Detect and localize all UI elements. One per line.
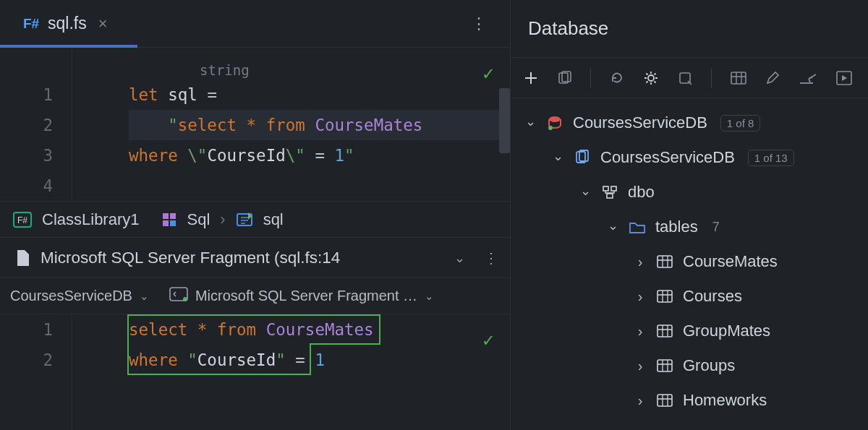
- table-icon: [655, 359, 674, 372]
- breadcrumb-module[interactable]: Sql: [187, 210, 210, 229]
- edit-icon[interactable]: [765, 71, 780, 85]
- svg-point-18: [548, 126, 553, 130]
- gutter-line: 4: [0, 171, 53, 201]
- svg-rect-25: [658, 291, 672, 302]
- editor-code-area[interactable]: string ✓ let sql = "select * from Course…: [72, 48, 510, 201]
- table-view-icon[interactable]: [731, 72, 746, 85]
- chevron-down-icon[interactable]: [606, 219, 619, 235]
- chevron-down-icon[interactable]: [524, 115, 537, 131]
- svg-rect-28: [658, 395, 672, 406]
- code-editor[interactable]: 1 2 3 4 string ✓ let sql = "select * fro…: [0, 48, 510, 201]
- svg-rect-4: [163, 220, 169, 226]
- toolbar-separator: [711, 69, 712, 87]
- table-icon: [655, 324, 674, 337]
- tree-count-badge: 1 of 13: [748, 150, 794, 166]
- chevron-right-icon[interactable]: [634, 288, 647, 305]
- jump-to-source-icon[interactable]: [799, 72, 817, 85]
- svg-rect-2: [163, 213, 169, 219]
- add-datasource-icon[interactable]: [524, 71, 538, 85]
- inspection-ok-icon[interactable]: ✓: [482, 58, 494, 88]
- fragment-title[interactable]: Microsoft SQL Server Fragment (sql.fs:14: [41, 249, 340, 267]
- toolbar-separator: [590, 69, 591, 87]
- tree-node-label: tables: [655, 218, 698, 236]
- sqlserver-icon: [545, 115, 564, 131]
- database-icon: [573, 150, 592, 165]
- gutter-line: 1: [0, 79, 53, 110]
- settings-gear-icon[interactable]: [643, 70, 659, 86]
- chevron-down-icon[interactable]: [579, 184, 592, 200]
- code-line: where "CourseId" = 1: [129, 345, 510, 375]
- type-hint: string: [200, 55, 250, 85]
- chevron-down-icon[interactable]: [551, 150, 564, 165]
- folder-icon: [628, 220, 647, 234]
- chevron-right-icon[interactable]: [634, 358, 647, 374]
- stop-icon[interactable]: [678, 71, 692, 85]
- tree-database-node[interactable]: CoursesServiceDB 1 of 13: [516, 140, 862, 175]
- code-line: select * from CourseMates: [129, 314, 510, 345]
- fsharp-icon: F#: [22, 17, 41, 31]
- tree-table-node[interactable]: GroupMates: [516, 314, 862, 348]
- svg-point-9: [183, 297, 187, 301]
- editor-gutter: 1 2 3 4: [0, 48, 72, 201]
- chevron-down-icon[interactable]: ⌄: [454, 250, 465, 266]
- svg-point-12: [648, 75, 654, 81]
- tree-datasource-node[interactable]: CoursesServiceDB 1 of 8: [516, 106, 862, 140]
- fragment-editor[interactable]: 1 2 ✓ select * from CourseMates where "C…: [0, 314, 510, 430]
- editor-tabstrip: F# sql.fs × ⋮: [0, 0, 510, 48]
- svg-text:F#: F#: [17, 215, 27, 225]
- fsharp-project-icon: F#: [13, 212, 32, 228]
- svg-rect-21: [603, 186, 608, 191]
- duplicate-icon[interactable]: [557, 71, 571, 85]
- chevron-right-icon[interactable]: [634, 323, 647, 340]
- sql-file-icon: [14, 249, 30, 267]
- tree-table-node[interactable]: CourseMates: [516, 244, 862, 279]
- refresh-icon[interactable]: [610, 71, 624, 85]
- chevron-right-icon[interactable]: [634, 254, 647, 270]
- tree-table-node[interactable]: Courses: [516, 279, 862, 314]
- tree-node-label: GroupMates: [683, 322, 770, 340]
- breadcrumb-symbol[interactable]: sql: [263, 210, 284, 229]
- console-icon: [169, 287, 188, 305]
- svg-marker-16: [842, 75, 847, 81]
- tab-close-icon[interactable]: ×: [98, 14, 108, 33]
- datasource-selector[interactable]: CoursesServiceDB: [10, 288, 132, 304]
- table-icon: [655, 290, 674, 303]
- code-line: where \"CourseId\" = 1": [129, 140, 510, 171]
- tree-node-label: CoursesServiceDB: [600, 148, 735, 167]
- datasource-bar: CoursesServiceDB ⌄ Microsoft SQL Server …: [0, 278, 510, 314]
- svg-rect-26: [658, 325, 672, 337]
- editor-tab[interactable]: F# sql.fs ×: [0, 0, 122, 47]
- tree-table-node[interactable]: Groups: [516, 348, 862, 383]
- run-icon[interactable]: [836, 71, 852, 85]
- code-line: let sql =: [129, 79, 510, 110]
- symbol-icon: [236, 212, 253, 228]
- module-icon: [161, 212, 177, 228]
- fragment-menu-icon[interactable]: ⋮: [484, 249, 500, 267]
- gutter-line: 2: [0, 345, 53, 375]
- breadcrumb-sep-icon: ›: [220, 210, 225, 229]
- svg-point-17: [549, 116, 561, 122]
- chevron-right-icon[interactable]: [634, 392, 647, 409]
- database-panel-title: Database: [511, 0, 868, 58]
- gutter-line: 2: [0, 110, 53, 140]
- tree-tables-folder[interactable]: tables 7: [516, 210, 862, 244]
- database-toolbar: [511, 58, 868, 98]
- table-icon: [655, 255, 674, 268]
- chevron-down-icon[interactable]: ⌄: [425, 290, 434, 303]
- database-tree[interactable]: CoursesServiceDB 1 of 8 CoursesServiceDB…: [511, 98, 868, 418]
- tree-table-node[interactable]: Homeworks: [516, 383, 862, 418]
- tree-schema-node[interactable]: dbo: [516, 175, 862, 210]
- inspection-ok-icon[interactable]: ✓: [482, 324, 494, 355]
- code-line: "select * from CourseMates: [129, 110, 510, 140]
- tab-filename: sql.fs: [48, 14, 87, 33]
- tree-node-label: Groups: [683, 356, 735, 375]
- chevron-down-icon[interactable]: ⌄: [140, 290, 149, 303]
- fragment-code-area[interactable]: ✓ select * from CourseMates where "Cours…: [72, 314, 510, 430]
- dialect-selector[interactable]: Microsoft SQL Server Fragment …: [195, 288, 417, 304]
- table-icon: [655, 394, 674, 407]
- gutter-line: 3: [0, 140, 53, 171]
- breadcrumb-project[interactable]: ClassLibrary1: [42, 210, 140, 229]
- tree-node-label: Homeworks: [683, 391, 767, 410]
- scrollbar-thumb[interactable]: [499, 88, 510, 153]
- tab-overflow-menu-icon[interactable]: ⋮: [471, 14, 488, 33]
